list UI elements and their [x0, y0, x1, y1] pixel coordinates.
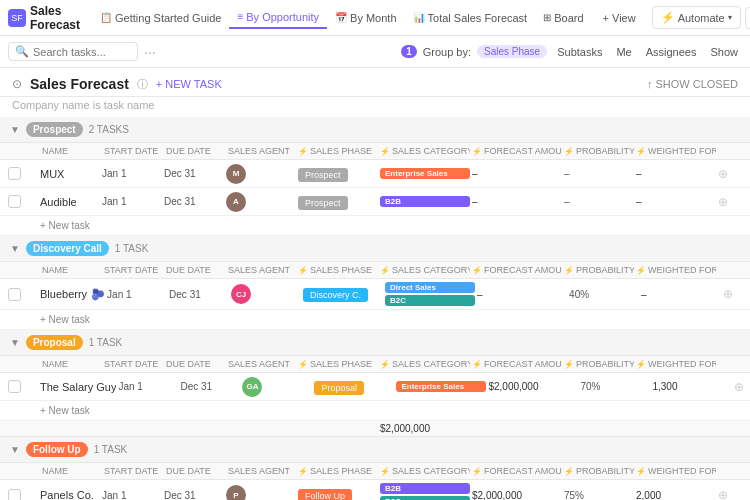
row-more-icon[interactable]: ⊕: [734, 380, 750, 394]
category-cell: Enterprise Sales: [396, 381, 486, 392]
app-title: Sales Forecast: [30, 4, 80, 32]
task-checkbox[interactable]: [8, 195, 21, 208]
nav-tab-by-month[interactable]: 📅By Month: [327, 8, 404, 28]
col-header-3: DUE DATE: [164, 265, 224, 275]
task-checkbox[interactable]: [8, 288, 21, 301]
nav-tab-by-opportunity[interactable]: ≡By Opportunity: [229, 7, 327, 29]
category-cell: B2B: [380, 196, 470, 207]
due-date: Dec 31: [180, 381, 240, 392]
weighted-forecast: –: [641, 289, 721, 300]
category-cell: Direct SalesB2C: [385, 282, 475, 306]
phase-badge: Prospect: [298, 168, 348, 182]
col-header-4: SALES AGENT: [226, 466, 296, 476]
group-discovery: ▼ Discovery Call 1 TASK NAME START DATE …: [0, 236, 750, 330]
probability: 40%: [569, 289, 639, 300]
agent-avatar-cell: CJ: [231, 284, 301, 304]
app-container: SF Sales Forecast 📋Getting Started Guide…: [0, 0, 750, 500]
group-toggle-discovery[interactable]: ▼: [10, 243, 20, 254]
add-task-button[interactable]: + New task: [0, 216, 750, 236]
group-header-prospect: ▼ Prospect 2 TASKS: [0, 117, 750, 143]
task-name-text: Panels Co.: [40, 489, 94, 500]
groups-container: ▼ Prospect 2 TASKS NAME START DATE DUE D…: [0, 117, 750, 500]
agent-avatar-cell: M: [226, 164, 296, 184]
group-header-discovery: ▼ Discovery Call 1 TASK: [0, 236, 750, 262]
start-date: Jan 1: [102, 490, 162, 501]
col-headers-prospect: NAME START DATE DUE DATE SALES AGENT ⚡SA…: [0, 143, 750, 160]
page-header: ⊙ Sales Forecast ⓘ + NEW TASK ↑ SHOW CLO…: [0, 68, 750, 97]
row-more-icon[interactable]: ⊕: [723, 287, 747, 301]
forecast-amount: –: [472, 168, 562, 179]
col-header-2: START DATE: [102, 265, 162, 275]
phase-badge: Follow Up: [298, 489, 352, 500]
nav-tab-getting-started-guide[interactable]: 📋Getting Started Guide: [92, 8, 229, 28]
subtasks-button[interactable]: Subtasks: [553, 44, 606, 60]
category-cell: B2BB2C: [380, 483, 470, 500]
collapse-icon[interactable]: ⊙: [12, 77, 22, 91]
phase-cell: Discovery C.: [303, 288, 383, 300]
task-row: Panels Co. Jan 1 Dec 31 P Follow Up B2BB…: [0, 480, 750, 500]
col-header-5: ⚡SALES PHASE: [298, 265, 378, 275]
col-header-5: ⚡SALES PHASE: [298, 146, 378, 156]
filter-badge[interactable]: 1: [401, 45, 417, 58]
category-badge: B2B: [380, 483, 470, 494]
agent-avatar: GA: [242, 377, 262, 397]
row-more-icon[interactable]: ⊕: [718, 488, 742, 500]
col-header-6: ⚡SALES CATEGORY: [380, 466, 470, 476]
col-header-5: ⚡SALES PHASE: [298, 359, 378, 369]
group-toggle-proposal[interactable]: ▼: [10, 337, 20, 348]
task-checkbox[interactable]: [8, 167, 21, 180]
group-badge-proposal: Proposal: [26, 335, 83, 350]
group-task-count-followup: 1 TASK: [94, 444, 128, 455]
weighted-forecast: 2,000: [636, 490, 716, 501]
task-name-text: MUX: [40, 168, 64, 180]
agent-avatar: CJ: [231, 284, 251, 304]
task-checkbox[interactable]: [8, 380, 21, 393]
row-more-icon[interactable]: ⊕: [718, 167, 742, 181]
row-more-icon[interactable]: ⊕: [718, 195, 742, 209]
col-header-9: ⚡WEIGHTED FORECAST: [636, 265, 716, 275]
agent-avatar: A: [226, 192, 246, 212]
automate-button[interactable]: ⚡ Automate ▾: [652, 6, 741, 29]
phase-cell: Follow Up: [298, 489, 378, 500]
tab-icon: ≡: [237, 11, 243, 22]
main-content: ⊙ Sales Forecast ⓘ + NEW TASK ↑ SHOW CLO…: [0, 68, 750, 500]
group-toggle-prospect[interactable]: ▼: [10, 124, 20, 135]
task-row: Blueberry🫐 Jan 1 Dec 31 CJ Discovery C. …: [0, 279, 750, 310]
show-closed-button[interactable]: ↑ SHOW CLOSED: [647, 78, 738, 90]
group-toggle-followup[interactable]: ▼: [10, 444, 20, 455]
category-badge: Direct Sales: [385, 282, 475, 293]
group-badge-prospect: Prospect: [26, 122, 83, 137]
phase-badge: Proposal: [314, 381, 364, 395]
more-options-icon[interactable]: ···: [144, 44, 156, 60]
add-task-button[interactable]: + New task: [0, 310, 750, 330]
category-badge: B2C: [385, 295, 475, 306]
tab-icon: 📊: [413, 12, 425, 23]
nav-tab-total-sales-forecast[interactable]: 📊Total Sales Forecast: [405, 8, 536, 28]
search-input[interactable]: [33, 46, 133, 58]
nav-tab-board[interactable]: ⊞Board: [535, 8, 591, 28]
show-button[interactable]: Show: [706, 44, 742, 60]
top-nav: SF Sales Forecast 📋Getting Started Guide…: [0, 0, 750, 36]
group-followup: ▼ Follow Up 1 TASK NAME START DATE DUE D…: [0, 437, 750, 500]
assignees-button[interactable]: Assignees: [642, 44, 701, 60]
forecast-amount: –: [472, 196, 562, 207]
task-emoji: 🫐: [91, 288, 105, 301]
app-icon: SF: [8, 9, 26, 27]
col-header-2: START DATE: [102, 359, 162, 369]
add-task-button[interactable]: + New task: [0, 401, 750, 421]
task-name-text: Audible: [40, 196, 77, 208]
nav-tab-+-view[interactable]: + View: [592, 8, 644, 28]
share-button[interactable]: ↑ Share: [745, 7, 750, 29]
group-badge-discovery: Discovery Call: [26, 241, 109, 256]
subtotal-amount: $2,000,000: [380, 423, 470, 434]
me-button[interactable]: Me: [612, 44, 635, 60]
col-headers-followup: NAME START DATE DUE DATE SALES AGENT ⚡SA…: [0, 463, 750, 480]
sales-phase-pill[interactable]: Sales Phase: [477, 45, 547, 58]
group-prospect: ▼ Prospect 2 TASKS NAME START DATE DUE D…: [0, 117, 750, 236]
phase-badge: Discovery C.: [303, 288, 368, 302]
new-task-button[interactable]: + NEW TASK: [156, 78, 222, 90]
search-box[interactable]: 🔍: [8, 42, 138, 61]
category-badge: B2C: [380, 496, 470, 500]
task-row: MUX Jan 1 Dec 31 M Prospect Enterprise S…: [0, 160, 750, 188]
task-checkbox[interactable]: [8, 489, 21, 501]
